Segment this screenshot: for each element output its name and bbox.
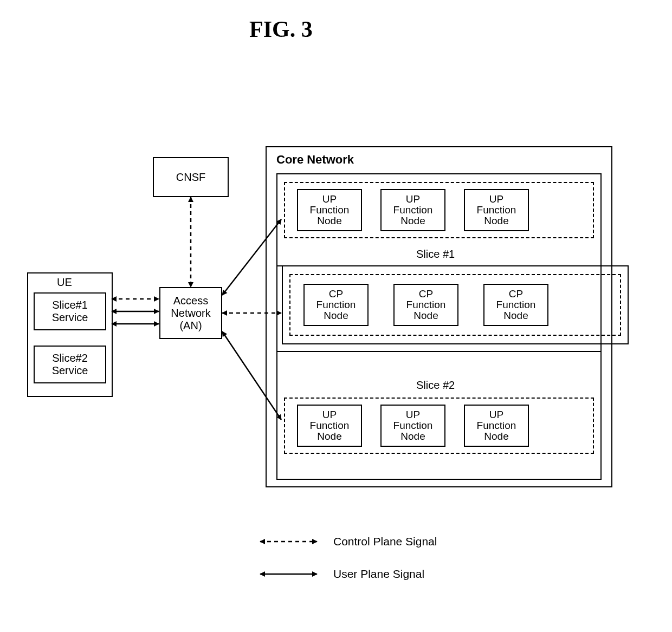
figure-3-diagram: FIG. 3 UE Slice#1 Service bbox=[0, 0, 672, 632]
slice1-up-row: UP Function Node UP Function Node UP Fun… bbox=[297, 189, 529, 231]
slice1-up-node-1: UP Function Node bbox=[297, 189, 362, 231]
slice1-up-node-2: UP Function Node bbox=[380, 189, 445, 231]
legend-control-label: Control Plane Signal bbox=[333, 535, 437, 548]
access-network-box: Access Network (AN) bbox=[159, 287, 222, 339]
ue-slice2-service: Slice#2 Service bbox=[34, 346, 106, 383]
slice2-label: Slice #2 bbox=[413, 379, 458, 392]
cnsf-box: CNSF bbox=[153, 157, 229, 197]
slice2-up-node-3: UP Function Node bbox=[464, 405, 529, 447]
slice1-up-node-3: UP Function Node bbox=[464, 189, 529, 231]
ue-slice1-service: Slice#1 Service bbox=[34, 292, 106, 330]
slice2-up-node-1: UP Function Node bbox=[297, 405, 362, 447]
slice2-up-node-2: UP Function Node bbox=[380, 405, 445, 447]
slice1-label: Slice #1 bbox=[416, 248, 455, 260]
ue-title: UE bbox=[57, 276, 72, 289]
core-network-title: Core Network bbox=[276, 153, 354, 167]
legend-user-label: User Plane Signal bbox=[333, 568, 424, 581]
slice2-up-row: UP Function Node UP Function Node UP Fun… bbox=[297, 405, 529, 447]
